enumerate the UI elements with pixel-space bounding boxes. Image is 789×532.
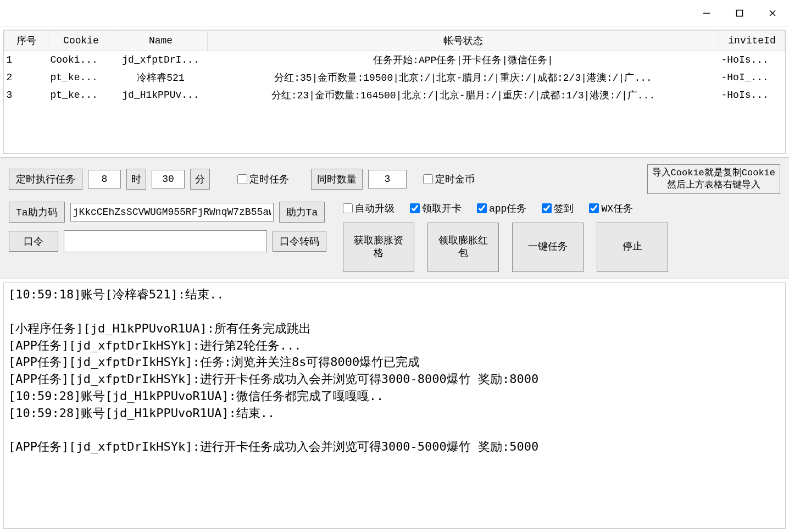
cell-name: jd_xfptDrI... <box>114 51 208 69</box>
cell-status: 分红:35|金币数量:19500|北京:/|北京-腊月:/|重庆:/|成都:2/… <box>208 69 719 86</box>
cell-inviteid: -HoI_... <box>719 69 785 86</box>
cell-status: 任务开始:APP任务|开卡任务|微信任务| <box>208 51 719 69</box>
cell-seq: 3 <box>4 86 48 104</box>
titlebar <box>0 0 789 26</box>
minute-label[interactable]: 分 <box>190 169 210 190</box>
import-hint: 导入Cookie就是复制Cookie 然后上方表格右键导入 <box>647 164 780 194</box>
accounts-table[interactable]: 序号 Cookie Name 帐号状态 inviteId 1Cooki...jd… <box>3 30 786 154</box>
controls-panel: 定时执行任务 时 分 定时任务 同时数量 定时金币 导入Cookie就是复制Co… <box>0 157 789 279</box>
table-row[interactable]: 1Cooki...jd_xfptDrI...任务开始:APP任务|开卡任务|微信… <box>4 51 785 69</box>
hour-label[interactable]: 时 <box>126 169 146 190</box>
ta-help-code-button[interactable]: Ta助力码 <box>9 202 65 223</box>
cell-name: 冷梓睿521 <box>114 69 208 86</box>
receive-expand-redpack-button[interactable]: 领取膨胀红 包 <box>427 223 499 272</box>
maximize-button[interactable] <box>723 0 756 26</box>
timed-task-checkbox[interactable]: 定时任务 <box>237 173 289 186</box>
col-inviteid[interactable]: inviteId <box>719 31 785 51</box>
hour-input[interactable] <box>88 170 121 189</box>
auto-upgrade-checkbox[interactable]: 自动升级 <box>343 202 394 215</box>
col-name[interactable]: Name <box>114 31 208 51</box>
concurrent-label: 同时数量 <box>311 169 363 190</box>
command-input[interactable] <box>64 230 267 252</box>
log-output[interactable]: [10:59:18]账号[冷梓睿521]:结束.. [小程序任务][jd_H1k… <box>4 283 785 528</box>
timed-coin-checkbox[interactable]: 定时金币 <box>423 173 475 186</box>
get-card-checkbox[interactable]: 领取开卡 <box>410 202 462 215</box>
log-panel: [10:59:18]账号[冷梓睿521]:结束.. [小程序任务][jd_H1k… <box>3 282 786 529</box>
minute-input[interactable] <box>152 170 185 189</box>
cell-name: jd_H1kPPUv... <box>114 86 208 104</box>
cell-cookie: pt_ke... <box>48 86 114 104</box>
command-button[interactable]: 口令 <box>9 231 58 252</box>
cell-seq: 1 <box>4 51 48 69</box>
col-seq[interactable]: 序号 <box>4 31 48 51</box>
minimize-button[interactable] <box>690 0 723 26</box>
cell-seq: 2 <box>4 69 48 86</box>
signin-checkbox[interactable]: 签到 <box>542 202 574 215</box>
help-code-input[interactable] <box>70 203 274 221</box>
svg-rect-1 <box>737 10 743 16</box>
col-status[interactable]: 帐号状态 <box>208 31 719 51</box>
table-row[interactable]: 3pt_ke...jd_H1kPPUv...分红:23|金币数量:164500|… <box>4 86 785 104</box>
get-expand-qualify-button[interactable]: 获取膨胀资 格 <box>343 223 414 272</box>
cell-cookie: Cooki... <box>48 51 114 69</box>
stop-button[interactable]: 停止 <box>597 223 668 272</box>
table-row[interactable]: 2pt_ke...冷梓睿521分红:35|金币数量:19500|北京:/|北京-… <box>4 69 785 86</box>
command-convert-button[interactable]: 口令转码 <box>273 231 326 252</box>
concurrent-input[interactable] <box>368 170 407 189</box>
help-ta-button[interactable]: 助力Ta <box>279 202 325 223</box>
cell-inviteid: -HoIs... <box>719 86 785 104</box>
cell-cookie: pt_ke... <box>48 69 114 86</box>
wx-task-checkbox[interactable]: WX任务 <box>589 202 633 215</box>
app-task-checkbox[interactable]: app任务 <box>477 202 526 215</box>
col-cookie[interactable]: Cookie <box>48 31 114 51</box>
timed-exec-button[interactable]: 定时执行任务 <box>9 169 82 190</box>
one-key-task-button[interactable]: 一键任务 <box>512 223 584 272</box>
cell-inviteid: -HoIs... <box>719 51 785 69</box>
close-button[interactable] <box>756 0 789 26</box>
cell-status: 分红:23|金币数量:164500|北京:/|北京-腊月:/|重庆:/|成都:1… <box>208 86 719 104</box>
